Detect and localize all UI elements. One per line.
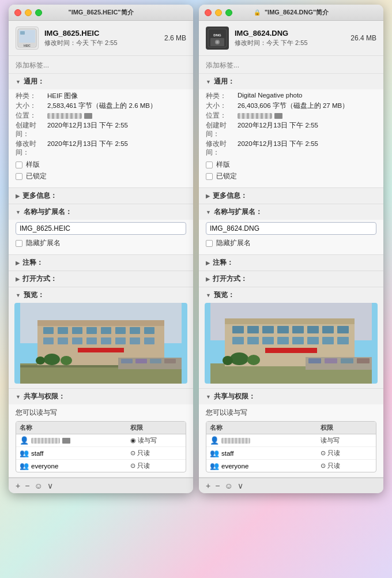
- comments-header-dng[interactable]: ▶ 注释：: [199, 255, 383, 271]
- dng-kind-label: 种类：: [206, 92, 238, 100]
- dng-sample-checkbox[interactable]: [206, 162, 213, 168]
- svg-rect-25: [78, 348, 124, 352]
- minimize-button-dng[interactable]: [215, 9, 222, 16]
- dng-dropdown-button[interactable]: ∨: [236, 481, 244, 490]
- location-blur-2: [84, 113, 92, 119]
- name-ext-body-heic: 隐藏扩展名: [9, 220, 193, 254]
- chevron-nameext-dng: ▼: [206, 209, 211, 215]
- sample-checkbox[interactable]: [16, 162, 22, 168]
- name-ext-header-heic[interactable]: ▼ 名称与扩展名：: [9, 204, 193, 220]
- tags-field-dng[interactable]: [199, 56, 383, 74]
- svg-rect-53: [247, 337, 259, 344]
- hide-ext-checkbox[interactable]: [16, 240, 22, 247]
- dng-perm-value-owner: 读与写: [321, 436, 372, 445]
- perm-value-everyone: ⊙ 只读: [130, 461, 182, 470]
- preview-header-heic[interactable]: ▼ 预览：: [9, 287, 193, 303]
- svg-rect-43: [225, 318, 355, 324]
- dng-col-name-label: 名称: [210, 423, 321, 432]
- maximize-button[interactable]: [35, 9, 42, 16]
- svg-rect-20: [86, 337, 97, 344]
- open-with-header-dng[interactable]: ▶ 打开方式：: [199, 271, 383, 287]
- svg-rect-18: [58, 337, 68, 344]
- perm-value-staff: ⊙ 只读: [130, 449, 182, 457]
- close-button-dng[interactable]: [205, 9, 212, 16]
- sharing-subtitle-dng: 您可以读与写: [206, 408, 376, 418]
- more-info-section-dng: ▶ 更多信息：: [199, 188, 383, 204]
- dng-modified-label: 修改时间：: [206, 140, 238, 157]
- more-info-header-heic[interactable]: ▶ 更多信息：: [9, 188, 193, 204]
- tags-input-dng[interactable]: [206, 61, 376, 69]
- svg-point-67: [247, 355, 260, 365]
- dng-perm-row-staff: 👥 staff ⊙ 只读: [206, 447, 376, 460]
- window-title: "IMG_8625.HEIC"简介: [68, 8, 133, 17]
- perm-table-dng: 名称 权限 👤 读与写 👥: [206, 421, 376, 472]
- more-info-header-dng[interactable]: ▶ 更多信息：: [199, 188, 383, 204]
- svg-rect-19: [72, 337, 82, 344]
- general-header-heic[interactable]: ▼ 通用：: [9, 74, 193, 89]
- tags-field-heic[interactable]: [9, 56, 193, 74]
- perm-user-everyone: 👥 everyone: [20, 461, 130, 470]
- dng-modified-value: 2020年12月13日 下午 2:55: [238, 140, 376, 157]
- svg-rect-60: [265, 348, 317, 353]
- window-title-dng: 🔒 "IMG_8624.DNG"简介: [254, 8, 329, 17]
- modified-label: 修改时间：: [16, 140, 47, 157]
- preview-section-heic: ▼ 预览：: [9, 287, 193, 389]
- perm-row-everyone: 👥 everyone ⊙ 只读: [16, 460, 186, 472]
- dng-created-value: 2020年12月13日 下午 2:55: [238, 121, 376, 138]
- col-perm-label: 权限: [130, 423, 182, 432]
- remove-permission-button[interactable]: −: [24, 481, 31, 490]
- modified-value-heic: 2020年12月13日 下午 2:55: [47, 140, 186, 157]
- dng-perm-user-everyone: 👥 everyone: [210, 461, 321, 470]
- general-header-dng[interactable]: ▼ 通用：: [199, 74, 383, 89]
- dng-remove-permission-button[interactable]: −: [214, 481, 221, 490]
- dropdown-button[interactable]: ∨: [46, 481, 54, 490]
- file-meta-dng: IMG_8624.DNG 修改时间：今天 下午 2:55: [235, 29, 345, 47]
- chevron-general-dng: ▼: [206, 79, 211, 85]
- chevron-openwith-dng: ▶: [206, 276, 210, 282]
- perm-user-staff: 👥 staff: [20, 449, 130, 457]
- filename-input-heic[interactable]: [16, 222, 186, 235]
- name-ext-header-dng[interactable]: ▼ 名称与扩展名：: [199, 204, 383, 220]
- dng-perm-text-everyone: 只读: [327, 461, 340, 470]
- dng-filename: IMG_8624.DNG: [235, 29, 345, 37]
- dng-action-button[interactable]: ☺: [223, 481, 233, 490]
- file-icon-heic: HEIC: [16, 27, 39, 50]
- dng-kind-value: Digital Negative photo: [238, 92, 376, 100]
- add-permission-button[interactable]: +: [14, 481, 21, 490]
- minimize-button[interactable]: [25, 9, 32, 16]
- sample-label: 样版: [26, 160, 40, 170]
- svg-text:DNG: DNG: [213, 33, 221, 37]
- permissions-body-heic: 您可以读与写 名称 权限 👤 ◉ 读与写: [9, 404, 193, 477]
- chevron-preview: ▼: [16, 292, 21, 298]
- perm-dropdown-owner: ◉: [130, 437, 136, 444]
- group-icon-everyone: 👥: [20, 461, 29, 470]
- dng-hide-ext-label: 隐藏扩展名: [216, 238, 251, 248]
- comments-header-heic[interactable]: ▶ 注释：: [9, 255, 193, 271]
- open-with-header-heic[interactable]: ▶ 打开方式：: [9, 271, 193, 287]
- svg-rect-59: [337, 337, 349, 344]
- sharing-header-dng[interactable]: ▼ 共享与权限：: [199, 389, 383, 404]
- close-button[interactable]: [14, 9, 21, 16]
- sharing-section-dng: ▼ 共享与权限： 您可以读与写 名称 权限 👤: [199, 389, 383, 478]
- preview-header-dng[interactable]: ▼ 预览：: [199, 287, 383, 303]
- filename-input-dng[interactable]: [206, 222, 376, 235]
- action-button[interactable]: ☺: [33, 481, 43, 490]
- maximize-button-dng[interactable]: [225, 9, 232, 16]
- dng-add-permission-button[interactable]: +: [205, 481, 212, 490]
- sharing-header-heic[interactable]: ▼ 共享与权限：: [9, 389, 193, 404]
- perm-header-dng: 名称 权限: [206, 422, 376, 434]
- created-value-heic: 2020年12月13日 下午 2:55: [47, 121, 186, 138]
- tags-input-heic[interactable]: [16, 61, 186, 69]
- perm-row-staff: 👥 staff ⊙ 只读: [16, 447, 186, 460]
- svg-rect-51: [337, 326, 349, 333]
- heic-modified: 修改时间：今天 下午 2:55: [44, 39, 159, 47]
- panel-heic: "IMG_8625.HEIC"简介 HEIC IMG_8625.HEIC 修改时…: [9, 5, 193, 493]
- dng-hide-ext-checkbox[interactable]: [206, 240, 213, 247]
- dng-locked-checkbox[interactable]: [206, 173, 213, 180]
- svg-rect-50: [322, 326, 334, 333]
- locked-checkbox[interactable]: [16, 173, 22, 180]
- sharing-subtitle-heic: 您可以读与写: [16, 408, 186, 418]
- svg-rect-30: [164, 359, 176, 363]
- svg-rect-13: [101, 327, 111, 334]
- chevron-openwith: ▶: [16, 276, 20, 282]
